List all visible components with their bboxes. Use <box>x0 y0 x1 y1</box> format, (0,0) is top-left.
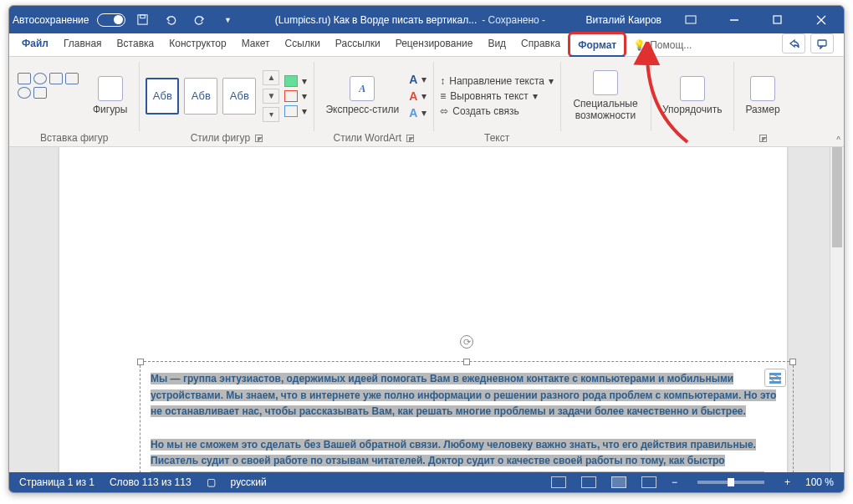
tab-review[interactable]: Рецензирование <box>388 33 481 56</box>
user-name[interactable]: Виталий Каиров <box>585 14 661 26</box>
minimize-icon[interactable] <box>715 6 753 33</box>
vertical-scrollbar[interactable] <box>830 147 844 472</box>
accessibility-button[interactable]: Специальные возможности <box>567 67 644 125</box>
tab-home[interactable]: Главная <box>56 33 110 56</box>
size-button[interactable]: Размер <box>740 73 784 119</box>
scroll-thumb[interactable] <box>832 147 842 247</box>
autosave-toggle[interactable] <box>97 13 125 27</box>
svg-rect-4 <box>774 16 781 23</box>
shape-outline[interactable]: ▾ <box>284 90 307 102</box>
layout-options-icon[interactable] <box>764 369 786 387</box>
resize-handle[interactable] <box>137 359 144 365</box>
resize-handle[interactable] <box>789 359 796 365</box>
group-insert-shapes: Фигуры Вставка фигур <box>9 57 139 146</box>
gallery-more-icon[interactable]: ▾ <box>263 107 279 122</box>
undo-icon[interactable] <box>159 8 182 32</box>
text-direction-button[interactable]: ↕Направление текста ▾ <box>440 75 554 87</box>
focus-mode-icon[interactable] <box>551 476 566 488</box>
group-shape-styles: Абв Абв Абв ▲ ▼ ▾ ▾ ▾ ▾ Стили фигур <box>139 57 314 146</box>
tab-insert[interactable]: Вставка <box>110 33 162 56</box>
shape-style-2[interactable]: Абв <box>184 78 217 115</box>
dialog-launcher-icon[interactable] <box>759 135 767 142</box>
svg-rect-1 <box>140 15 146 18</box>
zoom-out-icon[interactable]: − <box>672 476 677 488</box>
autosave-label: Автосохранение <box>13 14 89 26</box>
spell-check-icon[interactable]: ▢ <box>207 476 216 488</box>
collapse-ribbon-icon[interactable]: ^ <box>836 135 840 145</box>
dialog-launcher-icon[interactable] <box>406 135 414 142</box>
dialog-launcher-icon[interactable] <box>255 135 263 142</box>
word-window: Автосохранение ▼ (Lumpics.ru) Как в Ворд… <box>8 5 845 493</box>
zoom-in-icon[interactable]: + <box>784 476 790 488</box>
print-layout-icon[interactable] <box>611 476 626 488</box>
text-effects[interactable]: A▾ <box>409 106 426 120</box>
close-icon[interactable] <box>802 6 840 33</box>
arrange-icon <box>680 76 705 101</box>
zoom-slider[interactable] <box>697 481 764 484</box>
group-label-insert-shapes: Вставка фигур <box>40 132 108 144</box>
text-direction-icon: ↕ <box>440 75 445 87</box>
group-accessibility: Специальные возможности <box>560 57 651 146</box>
svg-rect-0 <box>138 15 147 24</box>
tab-layout[interactable]: Макет <box>234 33 278 56</box>
tab-design[interactable]: Конструктор <box>161 33 233 56</box>
shape-effects[interactable]: ▾ <box>284 105 307 117</box>
language-status[interactable]: русский <box>231 476 267 488</box>
create-link-button[interactable]: ⬄Создать связь <box>440 105 554 117</box>
tab-references[interactable]: Ссылки <box>278 33 328 56</box>
statusbar: Страница 1 из 1 Слово 113 из 113 ▢ русск… <box>9 472 844 492</box>
group-wordart-styles: AЭкспресс-стили A▾ A▾ A▾ Стили WordArt <box>314 57 433 146</box>
group-arrange: Упорядочить <box>651 57 733 146</box>
group-size: Размер <box>733 57 791 146</box>
ribbon-tabs: Файл Главная Вставка Конструктор Макет С… <box>9 33 844 57</box>
maximize-icon[interactable] <box>759 6 797 33</box>
tab-view[interactable]: Вид <box>480 33 513 56</box>
arrange-button[interactable]: Упорядочить <box>657 73 727 119</box>
rotate-handle[interactable]: ⟳ <box>460 335 473 349</box>
shapes-button[interactable]: Фигуры <box>88 73 132 119</box>
share-icon[interactable] <box>782 33 805 53</box>
tab-help[interactable]: Справка <box>513 33 568 56</box>
group-label-wordart: Стили WordArt <box>333 132 401 144</box>
titlebar: Автосохранение ▼ (Lumpics.ru) Как в Ворд… <box>9 6 844 33</box>
document-area[interactable]: ⟳ Мы — группа энтузиастов, одержимых иде… <box>9 147 844 472</box>
group-label-text: Текст <box>484 132 509 144</box>
tab-mailings[interactable]: Рассылки <box>328 33 388 56</box>
align-text-button[interactable]: ≡Выровнять текст ▾ <box>440 90 554 102</box>
zoom-level[interactable]: 100 % <box>805 476 834 488</box>
word-count[interactable]: Слово 113 из 113 <box>110 476 192 488</box>
page-status[interactable]: Страница 1 из 1 <box>19 476 94 488</box>
ribbon-display-icon[interactable] <box>672 6 710 33</box>
paragraph-1: Мы — группа энтузиастов, одержимых идеей… <box>151 373 776 417</box>
size-icon <box>750 76 775 101</box>
link-icon: ⬄ <box>440 105 448 117</box>
paragraph-2: Но мы не сможем это сделать без Вашей об… <box>151 439 764 472</box>
svg-rect-2 <box>686 16 696 23</box>
shape-style-1[interactable]: Абв <box>146 78 179 115</box>
text-fill[interactable]: A▾ <box>409 73 426 86</box>
text-outline[interactable]: A▾ <box>409 89 426 103</box>
shapes-gallery[interactable] <box>16 71 83 121</box>
wordart-styles-button[interactable]: AЭкспресс-стили <box>320 73 404 119</box>
shapes-icon <box>98 76 123 101</box>
gallery-up-icon[interactable]: ▲ <box>263 70 279 85</box>
document-title: (Lumpics.ru) Как в Ворде писать вертикал… <box>244 14 575 26</box>
text-box[interactable]: ⟳ Мы — группа энтузиастов, одержимых иде… <box>140 361 794 472</box>
redo-icon[interactable] <box>187 8 211 32</box>
bulb-icon: 💡 <box>633 39 646 51</box>
ribbon: Фигуры Вставка фигур Абв Абв Абв ▲ ▼ ▾ ▾… <box>9 57 844 147</box>
svg-rect-7 <box>818 40 826 46</box>
tab-file[interactable]: Файл <box>14 33 56 56</box>
accessibility-icon <box>593 70 618 95</box>
gallery-down-icon[interactable]: ▼ <box>263 89 279 104</box>
resize-handle[interactable] <box>463 359 470 365</box>
read-mode-icon[interactable] <box>581 476 596 488</box>
web-layout-icon[interactable] <box>641 476 656 488</box>
tell-me[interactable]: 💡Помощ... <box>633 33 692 56</box>
qat-dropdown-icon[interactable]: ▼ <box>216 8 239 32</box>
shape-fill[interactable]: ▾ <box>284 75 307 87</box>
comments-icon[interactable] <box>810 33 834 53</box>
tab-format[interactable]: Формат <box>568 32 626 58</box>
save-icon[interactable] <box>130 8 154 32</box>
shape-style-3[interactable]: Абв <box>222 78 256 115</box>
